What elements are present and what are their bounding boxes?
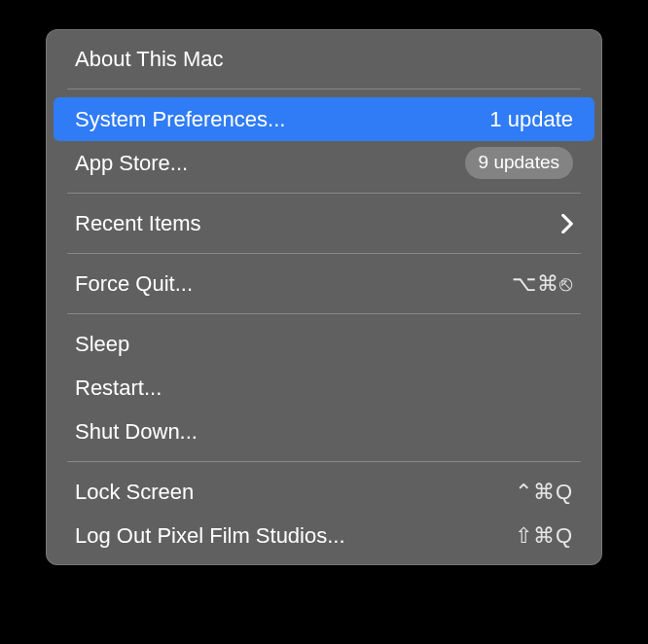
keyboard-shortcut: ⌃⌘Q [515, 476, 573, 508]
menu-separator [67, 313, 581, 314]
menu-item-label: App Store... [75, 147, 465, 179]
menu-item-recent-items[interactable]: Recent Items [54, 201, 594, 245]
menu-item-label: System Preferences... [75, 103, 489, 135]
keyboard-shortcut: ⇧⌘Q [515, 519, 573, 552]
menu-item-shut-down[interactable]: Shut Down... [54, 410, 594, 453]
menu-separator [67, 193, 581, 194]
menu-item-restart[interactable]: Restart... [54, 366, 594, 410]
menu-item-label: Force Quit... [75, 268, 512, 300]
menu-item-about-this-mac[interactable]: About This Mac [54, 37, 594, 81]
update-badge: 1 update [489, 103, 573, 135]
menu-item-label: Log Out Pixel Film Studios... [75, 519, 515, 552]
menu-item-label: Recent Items [75, 207, 561, 239]
menu-item-app-store[interactable]: App Store... 9 updates [54, 141, 594, 185]
menu-item-force-quit[interactable]: Force Quit... ⌥⌘⎋ [54, 262, 594, 305]
menu-item-log-out[interactable]: Log Out Pixel Film Studios... ⇧⌘Q [54, 514, 594, 557]
chevron-right-icon [561, 214, 573, 233]
apple-menu: About This Mac System Preferences... 1 u… [46, 29, 602, 565]
menu-item-label: Sleep [75, 328, 573, 360]
menu-item-label: Restart... [75, 372, 573, 404]
menu-separator [67, 89, 581, 89]
menu-separator [67, 253, 581, 254]
menu-item-system-preferences[interactable]: System Preferences... 1 update [54, 97, 594, 141]
menu-item-lock-screen[interactable]: Lock Screen ⌃⌘Q [54, 470, 594, 514]
menu-separator [67, 461, 581, 462]
menu-item-label: Lock Screen [75, 476, 515, 508]
menu-item-label: About This Mac [75, 43, 573, 75]
keyboard-shortcut: ⌥⌘⎋ [512, 268, 573, 300]
update-badge: 9 updates [465, 147, 573, 179]
menu-item-sleep[interactable]: Sleep [54, 322, 594, 366]
menu-item-label: Shut Down... [75, 415, 573, 447]
